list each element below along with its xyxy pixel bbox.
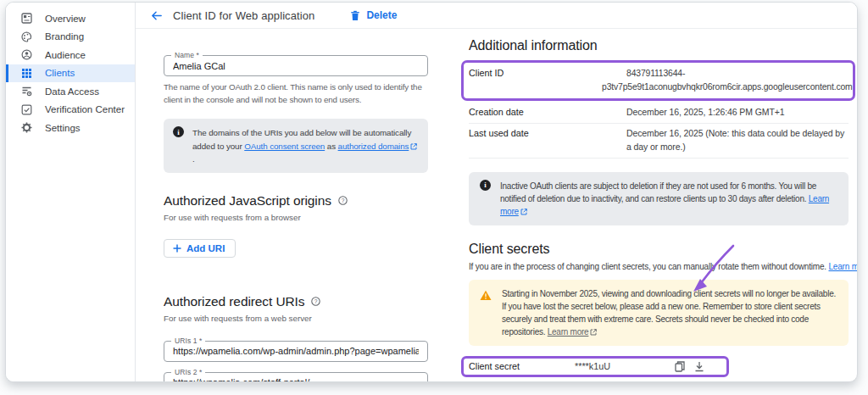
last-used-date-label: Last used date — [469, 127, 626, 138]
highlight-box-client-id: Client ID 843791113644-p3tv7p5e9t1aconug… — [461, 60, 855, 101]
client-id-value-wrap: 843791113644-p3tv7p5e9t1aconugbvhqkr06ro… — [602, 67, 853, 94]
app-window: Overview Branding Audience Clients Data … — [5, 2, 858, 382]
client-secrets-subtitle: If you are in the process of changing cl… — [469, 262, 849, 271]
uri-1-field: URIs 1 * — [164, 341, 428, 362]
sidebar-item-overview[interactable]: Overview — [6, 9, 135, 28]
uri-1-label: URIs 1 * — [171, 337, 205, 345]
download-icon[interactable] — [694, 361, 704, 372]
sidebar-item-label: Clients — [45, 68, 75, 78]
creation-date-row: Creation date December 16, 2025, 1:26:46… — [469, 103, 849, 124]
secret-creation-date-row: Creation date December 16, 2025, 1:26:46… — [469, 377, 735, 383]
client-id-row: Client ID 843791113644-p3tv7p5e9t1aconug… — [469, 65, 848, 96]
sidebar-item-branding[interactable]: Branding — [6, 28, 135, 47]
highlight-box-client-secret: Client secret ****k1uU — [461, 356, 729, 377]
external-link-icon — [409, 142, 417, 151]
domains-info-mid: as — [325, 142, 337, 151]
plus-icon — [173, 244, 181, 253]
page-title: Client ID for Web application — [173, 9, 314, 22]
sidebar-item-label: Settings — [45, 123, 81, 133]
sidebar-item-clients[interactable]: Clients — [6, 64, 135, 83]
verification-check-icon — [21, 104, 32, 115]
warning-learn-more-link[interactable]: Learn more — [548, 327, 589, 337]
external-link-icon — [519, 207, 527, 216]
client-secret-label: Client secret — [469, 361, 575, 371]
sidebar-item-label: Branding — [45, 31, 84, 42]
redirect-uris-title: Authorized redirect URIs — [164, 294, 304, 309]
client-id-value: 843791113644-p3tv7p5e9t1aconugbvhqkr06ro… — [602, 67, 853, 94]
redirect-uris-subtitle: For use with requests from a web server — [164, 314, 428, 323]
domains-info-box: i The domains of the URIs you add below … — [164, 119, 428, 173]
details-column: Additional information Client ID 8437911… — [469, 38, 849, 382]
authorized-domains-link[interactable]: authorized domains — [338, 142, 409, 151]
inactive-note-body: Inactive OAuth clients are subject to de… — [500, 181, 816, 203]
add-uri-button-origins[interactable]: Add URI — [164, 239, 236, 258]
sidebar-item-label: Overview — [45, 14, 86, 24]
js-origins-heading: Authorized JavaScript origins ? — [164, 193, 428, 209]
info-icon: i — [173, 126, 184, 137]
additional-info-title: Additional information — [469, 38, 849, 53]
sidebar: Overview Branding Audience Clients Data … — [6, 3, 136, 381]
help-icon[interactable]: ? — [311, 297, 320, 306]
warning-icon — [480, 287, 492, 304]
secrets-learn-more-link[interactable]: Learn more — [828, 262, 858, 271]
inactive-clients-text: Inactive OAuth clients are subject to de… — [500, 180, 837, 218]
client-secret-actions — [675, 361, 704, 372]
client-secret-details: Creation date December 16, 2025, 1:26:46… — [469, 377, 735, 383]
svg-text:?: ? — [342, 198, 345, 203]
uri-2-field: URIs 2 * — [164, 372, 428, 382]
inactive-clients-note: i Inactive OAuth clients are subject to … — [469, 172, 849, 225]
secrets-warning-text: Starting in November 2025, viewing and d… — [502, 287, 837, 338]
external-link-icon — [588, 327, 597, 337]
last-used-date-value: December 16, 2025 (Note: this data could… — [626, 127, 849, 154]
add-uri-button-label: Add URI — [186, 243, 225, 253]
svg-text:?: ? — [314, 298, 318, 304]
back-arrow-icon[interactable] — [148, 8, 164, 23]
domains-info-post: . — [192, 154, 195, 164]
uri-2-label: URIs 2 * — [171, 368, 205, 376]
name-helper-text: The name of your OAuth 2.0 client. This … — [164, 81, 428, 106]
last-used-date-row: Last used date December 16, 2025 (Note: … — [469, 124, 849, 159]
sidebar-item-settings[interactable]: Settings — [6, 119, 135, 137]
client-id-label: Client ID — [469, 67, 602, 78]
help-icon[interactable]: ? — [338, 196, 348, 205]
client-secrets-subtitle-text: If you are in the process of changing cl… — [469, 262, 828, 271]
name-field-label: Name * — [171, 51, 203, 59]
redirect-uris-heading: Authorized redirect URIs ? — [164, 294, 428, 309]
oauth-consent-screen-link[interactable]: OAuth consent screen — [244, 142, 325, 151]
apps-grid-icon — [21, 68, 32, 79]
sidebar-item-label: Audience — [45, 50, 86, 60]
creation-date-label: Creation date — [469, 106, 626, 117]
overview-icon — [21, 13, 32, 24]
secret-creation-date-value: December 16, 2025, 1:26:46 PM GMT+1 — [580, 382, 735, 383]
sidebar-item-audience[interactable]: Audience — [6, 46, 135, 64]
domains-info-text: The domains of the URIs you add below wi… — [192, 126, 419, 165]
person-icon — [21, 49, 32, 60]
data-access-icon — [21, 86, 32, 97]
palette-icon — [21, 31, 32, 42]
info-icon: i — [480, 180, 491, 191]
name-field: Name * — [164, 55, 428, 76]
trash-icon — [350, 10, 360, 21]
delete-button[interactable]: Delete — [350, 9, 397, 21]
client-config-column: Name * The name of your OAuth 2.0 client… — [164, 40, 428, 382]
client-secret-value: ****k1uU — [575, 361, 610, 371]
secrets-warning-box: Starting in November 2025, viewing and d… — [469, 280, 849, 346]
delete-button-label: Delete — [366, 9, 397, 21]
sidebar-item-verification-center[interactable]: Verification Center — [6, 101, 135, 120]
copy-icon[interactable] — [675, 361, 685, 372]
name-input[interactable] — [164, 56, 427, 75]
creation-date-value: December 16, 2025, 1:26:46 PM GMT+1 — [626, 106, 849, 120]
js-origins-title: Authorized JavaScript origins — [164, 193, 331, 209]
sidebar-item-data-access[interactable]: Data Access — [6, 82, 135, 101]
page-header: Client ID for Web application Delete — [136, 3, 857, 29]
sidebar-item-label: Data Access — [45, 86, 99, 97]
gear-icon — [21, 122, 32, 133]
sidebar-item-label: Verification Center — [45, 104, 125, 114]
client-secrets-title: Client secrets — [469, 242, 849, 257]
js-origins-subtitle: For use with requests from a browser — [164, 213, 428, 222]
